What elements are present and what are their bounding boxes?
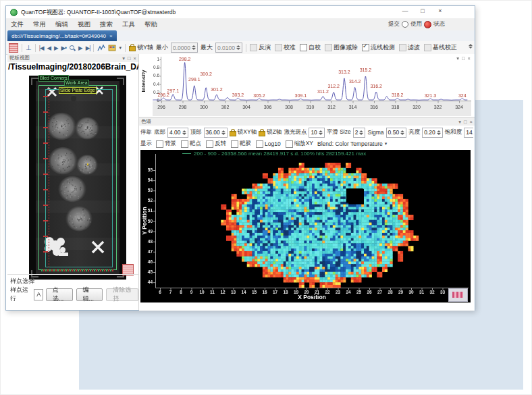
checkbox-3[interactable]: 靶胶 <box>231 140 251 148</box>
checkbox-5[interactable]: 缩放XY <box>286 140 313 148</box>
maximize-button[interactable]: □ <box>418 7 427 14</box>
tab-close-icon[interactable]: × <box>109 33 113 39</box>
numeric-field[interactable]: 10 <box>309 128 324 138</box>
menu-item-常用[interactable]: 常用 <box>28 18 51 30</box>
dock-menu-icon[interactable]: ▾ <box>456 55 459 61</box>
palette-icon[interactable] <box>108 44 116 52</box>
checkbox-box[interactable] <box>300 44 307 51</box>
tab-tissue-imaging[interactable]: db:///TissueImaging/...b/task=0#349040 × <box>7 30 117 41</box>
ion-image-view[interactable]: 200 - 900 - 26358.566 mean 28419.917 s.d… <box>140 150 471 302</box>
checkbox-box[interactable] <box>231 140 238 148</box>
checkbox-2[interactable]: 反转 <box>206 140 226 148</box>
play-icon[interactable]: ▶ <box>54 45 58 51</box>
lock-axes-button[interactable]: 锁XY轴 <box>230 128 257 136</box>
chrom-controls-row2: 显示 背景靶点反转靶胶Log10缩放XY Blend: Color Temper… <box>140 138 473 149</box>
checkbox-5[interactable]: 滤波 <box>399 43 420 52</box>
field-label: 顶部 <box>190 128 202 136</box>
value-spinner[interactable] <box>319 130 323 135</box>
mass-spectrum-canvas[interactable] <box>139 54 475 117</box>
image-export-icon[interactable] <box>448 288 468 302</box>
toolbar-nav-left: |◀◀▶▶• <box>39 45 66 51</box>
blend-dropdown[interactable]: Blend: Color Temperature ▾ <box>317 140 387 147</box>
toolbar-overflow-scroll[interactable] <box>469 44 473 49</box>
go-last-icon[interactable]: ▶| <box>86 45 90 51</box>
checkbox-box[interactable] <box>250 44 257 51</box>
dock-close-icon[interactable]: × <box>134 55 136 61</box>
checkbox-0[interactable]: 背景 <box>156 140 176 148</box>
checkbox-box[interactable] <box>286 140 293 148</box>
lock-axes-button[interactable]: 锁Z轴 <box>259 128 282 136</box>
run-button-0[interactable]: 点选... <box>46 288 73 301</box>
checkbox-4[interactable]: 流线检测 <box>362 43 395 52</box>
numeric-field[interactable]: 0.50 <box>386 128 407 138</box>
menu-item-工具[interactable]: 工具 <box>117 18 140 30</box>
dock-menu-icon[interactable]: ▾ <box>122 55 125 61</box>
menu-item-编辑[interactable]: 编辑 <box>51 18 73 30</box>
numeric-field[interactable]: 4.00 <box>167 128 188 138</box>
checkbox-box[interactable] <box>181 140 188 148</box>
dock-float-icon[interactable]: □ <box>464 119 467 125</box>
value-spinner[interactable] <box>221 130 225 135</box>
dock-close-icon[interactable]: × <box>468 55 471 61</box>
use-label[interactable]: 使用 <box>410 20 422 28</box>
dock-toggle-label[interactable]: 停靠 <box>140 128 152 136</box>
menu-item-搜索[interactable]: 搜索 <box>95 18 117 30</box>
lock-y-axis-button[interactable]: 锁Y轴 <box>129 43 153 52</box>
value-spinner[interactable] <box>437 130 441 135</box>
ion-image-canvas[interactable] <box>140 150 471 302</box>
value-spinner[interactable] <box>400 130 404 135</box>
palette-dropdown-icon[interactable]: ▾ <box>119 45 122 51</box>
chart-icon[interactable] <box>97 44 105 52</box>
checkbox-3[interactable]: 图像减除 <box>325 43 358 52</box>
search-icon[interactable] <box>69 45 76 51</box>
checkbox-box[interactable] <box>325 44 332 51</box>
step-back-icon[interactable]: ◀ <box>47 45 51 51</box>
checkbox-2[interactable]: 自校 <box>300 43 321 52</box>
checkbox-box[interactable] <box>399 44 406 51</box>
submit-label[interactable]: 提交 <box>388 20 400 28</box>
min-value-field[interactable]: 0.0000 <box>171 43 198 53</box>
menu-item-文件[interactable]: 文件 <box>6 18 28 30</box>
dock-float-icon[interactable]: □ <box>128 55 131 61</box>
chromatogram-panel-header: 色谱 ▾□× <box>139 117 475 126</box>
checkbox-1[interactable]: 靶点 <box>181 140 201 148</box>
minimize-button[interactable]: — <box>400 7 410 14</box>
min-spinner[interactable] <box>192 45 196 50</box>
target-plate-panel: 靶板视图 ▾□× /TissueImaging/20180206Brain_DA… <box>7 54 139 310</box>
checkbox-1[interactable]: 校准 <box>275 43 296 52</box>
numeric-field[interactable]: 14.50 <box>464 128 473 138</box>
run-group-select[interactable]: A <box>34 289 43 300</box>
checkbox-box[interactable] <box>424 44 431 51</box>
numeric-field[interactable]: 0.20 <box>422 128 443 138</box>
dock-close-icon[interactable]: × <box>470 119 473 125</box>
go-first-icon[interactable]: |◀ <box>39 45 44 51</box>
state-label[interactable]: 状态 <box>433 20 445 28</box>
checkbox-6[interactable]: 基线校正 <box>424 43 457 52</box>
checkbox-box[interactable] <box>362 44 369 51</box>
target-grid-icon[interactable] <box>9 43 18 53</box>
max-value: 0.0100 <box>217 45 235 51</box>
dock-menu-icon[interactable]: ▾ <box>458 119 461 125</box>
menu-item-视图[interactable]: 视图 <box>73 18 95 30</box>
numeric-field[interactable]: 2 <box>353 128 366 138</box>
max-value-field[interactable]: 0.0100 <box>215 43 242 53</box>
run-button-1[interactable]: 编辑... <box>76 288 103 301</box>
numeric-field[interactable]: 36.00 <box>204 128 228 138</box>
checkbox-box[interactable] <box>256 140 263 148</box>
menu-item-帮助[interactable]: 帮助 <box>140 18 162 30</box>
slide-image-view[interactable]: Bled Corners Work Area Slide Plate Edge <box>29 76 126 280</box>
max-spinner[interactable] <box>236 45 240 50</box>
checkbox-4[interactable]: Log10 <box>256 140 281 148</box>
checkbox-box[interactable] <box>156 140 163 148</box>
checkbox-0[interactable]: 反演 <box>250 43 271 52</box>
flip-axis-icon[interactable]: ⊥ <box>26 44 32 51</box>
dock-float-icon[interactable]: □ <box>462 55 465 61</box>
play-selection-icon[interactable]: ▶• <box>61 45 67 51</box>
close-button[interactable]: × <box>435 7 445 14</box>
checkbox-box[interactable] <box>275 44 282 51</box>
step-forward-icon[interactable]: ▶ <box>78 45 82 51</box>
slide-scan-canvas[interactable] <box>29 76 126 280</box>
checkbox-box[interactable] <box>206 140 213 148</box>
value-spinner[interactable] <box>182 130 186 135</box>
value-spinner[interactable] <box>359 130 363 135</box>
